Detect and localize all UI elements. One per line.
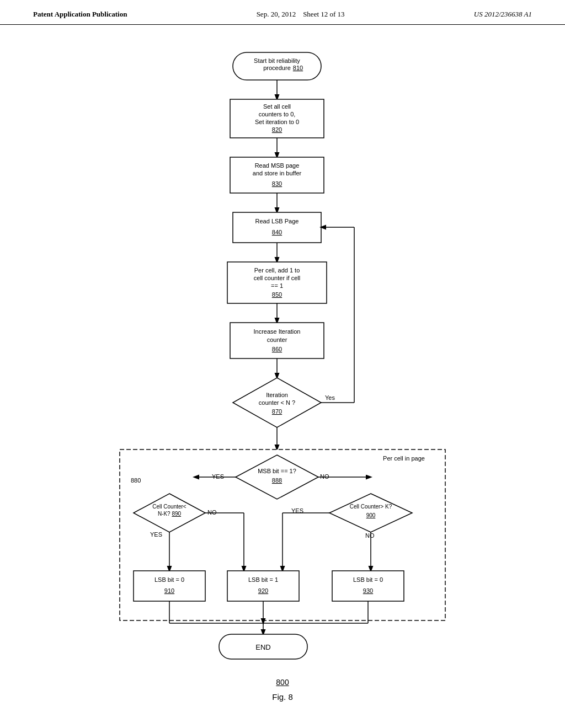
diagram-number: 800 [276, 678, 289, 687]
svg-text:Iteration: Iteration [266, 392, 288, 398]
svg-text:850: 850 [272, 291, 282, 298]
svg-text:and store in buffer: and store in buffer [253, 170, 302, 176]
svg-text:Increase Iteration: Increase Iteration [254, 328, 301, 335]
svg-text:870: 870 [272, 408, 282, 415]
svg-text:880: 880 [131, 477, 141, 484]
svg-text:Per cell in page: Per cell in page [383, 455, 425, 462]
svg-text:LSB bit = 0: LSB bit = 0 [353, 576, 383, 583]
svg-text:LSB bit = 1: LSB bit = 1 [248, 576, 278, 583]
svg-text:Cell Counter> K?: Cell Counter> K? [350, 504, 392, 510]
svg-text:NO: NO [320, 473, 329, 480]
svg-text:Per cell, add 1 to: Per cell, add 1 to [254, 267, 300, 274]
svg-text:Read MSB page: Read MSB page [255, 162, 300, 169]
svg-text:Cell Counter<: Cell Counter< [152, 504, 186, 510]
svg-text:920: 920 [258, 587, 268, 594]
svg-text:MSB bit == 1?: MSB bit == 1? [258, 468, 296, 474]
svg-text:counters to 0,: counters to 0, [259, 111, 296, 117]
svg-rect-66 [134, 571, 205, 601]
svg-text:counter < N ?: counter < N ? [259, 399, 295, 406]
svg-text:Start bit reliability: Start bit reliability [254, 57, 300, 64]
header-sheet: Sheet 12 of 13 [303, 10, 344, 18]
header-right: US 2012/236638 A1 [474, 10, 532, 19]
svg-text:counter: counter [267, 336, 287, 343]
page-header: Patent Application Publication Sep. 20, … [0, 0, 565, 25]
svg-rect-16 [233, 212, 321, 243]
flowchart-svg: Start bit reliability procedure 810 Set … [89, 41, 476, 676]
svg-text:Set all cell: Set all cell [263, 103, 291, 110]
svg-rect-72 [332, 571, 404, 601]
svg-text:N-K? 890: N-K? 890 [158, 511, 182, 517]
svg-text:procedure: procedure [263, 65, 291, 71]
svg-text:END: END [255, 643, 270, 651]
diagram-area: Start bit reliability procedure 810 Set … [0, 25, 565, 702]
svg-text:810: 810 [293, 65, 303, 71]
svg-text:YES: YES [212, 473, 224, 480]
svg-text:820: 820 [272, 126, 282, 133]
header-center: Sep. 20, 2012 Sheet 12 of 13 [257, 10, 345, 19]
svg-text:900: 900 [366, 512, 376, 518]
svg-text:860: 860 [272, 346, 282, 352]
header-date: Sep. 20, 2012 [257, 10, 296, 18]
svg-text:910: 910 [164, 587, 174, 594]
svg-text:830: 830 [272, 180, 282, 187]
fig-label: Fig. 8 [272, 692, 293, 702]
svg-text:888: 888 [272, 477, 282, 484]
svg-text:930: 930 [363, 587, 373, 594]
svg-text:Yes: Yes [325, 394, 335, 401]
svg-text:NO: NO [365, 532, 375, 539]
svg-text:840: 840 [272, 229, 282, 235]
svg-text:== 1: == 1 [271, 282, 283, 289]
svg-text:Set iteration to 0: Set iteration to 0 [255, 119, 299, 125]
header-left: Patent Application Publication [33, 10, 127, 19]
svg-text:NO: NO [207, 509, 217, 516]
svg-text:cell counter if cell: cell counter if cell [254, 275, 300, 281]
svg-text:LSB bit = 0: LSB bit = 0 [154, 576, 184, 583]
svg-text:Read LSB Page: Read LSB Page [255, 218, 299, 224]
svg-rect-69 [227, 571, 299, 601]
svg-text:YES: YES [150, 531, 162, 538]
